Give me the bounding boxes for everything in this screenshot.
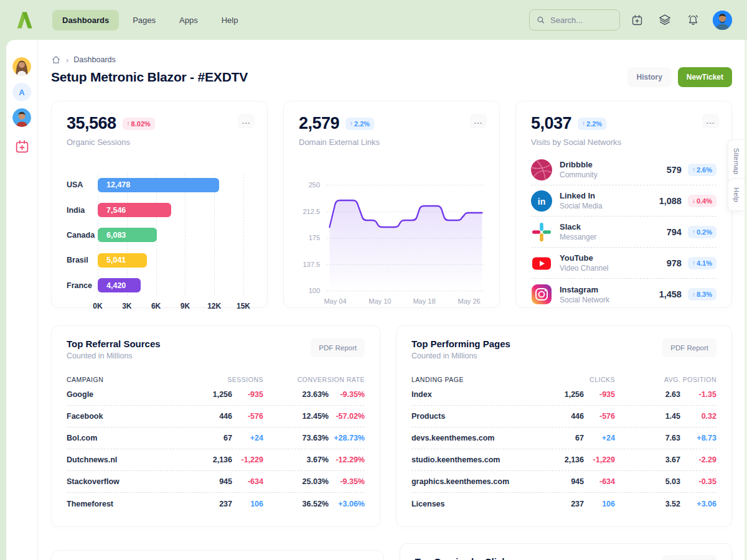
pdf-report-button[interactable]: PDF Report	[662, 338, 716, 357]
user-avatar-image	[713, 11, 732, 30]
list-item-linkedin[interactable]: in Linked In Social Media 1,088 ↓0.4%	[531, 185, 716, 217]
svg-text:in: in	[538, 196, 545, 206]
card-menu-button[interactable]: ...	[238, 114, 255, 128]
x-axis-ticks: 0K 3K 6K 9K 12K 15K	[98, 302, 243, 313]
menu-item-pages[interactable]: Pages	[123, 10, 166, 30]
chart-plot-area	[326, 182, 484, 292]
woman-avatar-image	[12, 57, 31, 76]
bar-row: France 4,420	[98, 273, 243, 298]
arrow-up-icon: ↑	[582, 120, 585, 127]
delta-badge: ↑0.2%	[688, 226, 716, 238]
stat-value: 2,579	[299, 114, 339, 133]
list-item-instagram[interactable]: Instagram Social Network 1,458 ↑8.3%	[531, 279, 716, 310]
stat-value: 35,568	[67, 114, 116, 133]
area-chart-svg	[326, 182, 484, 292]
rail-calendar-add-button[interactable]	[14, 139, 30, 157]
stat-label: Domain External Links	[299, 138, 484, 147]
breadcrumb-chevron-icon: ›	[66, 55, 68, 65]
search-input[interactable]	[550, 16, 613, 25]
bar-row: Canada 6,083	[98, 223, 243, 248]
sitemap-side-tab[interactable]: Sitemap	[728, 139, 745, 183]
table-row: Themeforest 237106 36.52%+3.06%	[67, 493, 365, 515]
help-side-tab[interactable]: Help	[728, 179, 745, 211]
kebab-menu-icon: ...	[474, 119, 483, 123]
calendar-plus-icon	[631, 14, 644, 27]
home-icon[interactable]	[51, 55, 61, 65]
list-item-youtube[interactable]: YouTube Video Channel 978 ↑4.1%	[531, 248, 716, 279]
new-ticket-button[interactable]: NewTicket	[678, 67, 732, 87]
stat-label: Visits by Social Networks	[531, 138, 716, 147]
menu-item-apps[interactable]: Apps	[169, 10, 208, 30]
arrow-up-icon: ↑	[692, 228, 695, 235]
menu-item-dashboards[interactable]: Dashboards	[52, 10, 119, 30]
breadcrumb-item[interactable]: Dashboards	[73, 55, 115, 64]
slack-icon	[531, 222, 552, 243]
table-row: Bol.com 67+24 73.63%+28.73%	[67, 427, 365, 449]
bar-row: Brasil 5,041	[98, 248, 243, 273]
search-box[interactable]	[529, 9, 620, 30]
linkedin-icon: in	[531, 190, 552, 212]
bar-row: India 7,546	[98, 197, 243, 222]
apps-layers-button[interactable]	[654, 9, 676, 31]
table-row: Products 446-576 1.450.32	[411, 406, 716, 427]
table-row: studio.keenthemes.com 2,136-1,229 3.67-2…	[411, 449, 716, 471]
topbar: Dashboards Pages Apps Help	[0, 0, 747, 40]
notifications-button[interactable]	[682, 9, 704, 31]
bar-row: USA 12,478	[98, 172, 243, 197]
table-row: Index 1,256-935 2.63-1.35	[411, 384, 716, 406]
stat-delta-badge: ↑2.2%	[578, 118, 606, 130]
delta-badge: ↑8.3%	[688, 288, 716, 301]
bar-usa: 12,478	[98, 178, 219, 192]
app-shell: A › Dashboards Setup Metronic Blazor - #…	[6, 40, 747, 560]
top-queries-card: Top Queries by Clicks PDF Report	[400, 543, 733, 560]
card-menu-button[interactable]: ...	[470, 114, 487, 128]
calendar-add-button[interactable]	[626, 9, 648, 31]
social-visits-card: ... 5,037 ↑2.2% Visits by Social Network…	[515, 101, 732, 308]
rail-avatar-letter[interactable]: A	[12, 83, 31, 101]
metronic-logo-icon[interactable]	[14, 10, 36, 30]
pdf-report-button[interactable]: PDF Report	[662, 555, 716, 560]
search-icon	[537, 15, 545, 25]
kebab-menu-icon: ...	[707, 119, 715, 123]
breadcrumb: › Dashboards	[51, 55, 732, 65]
page-title: Setup Metronic Blazor - #EXDTV	[51, 70, 248, 85]
list-item-slack[interactable]: Slack Messanger 794 ↑0.2%	[531, 217, 716, 248]
arrow-up-icon: ↑	[350, 120, 353, 127]
main-content: › Dashboards Setup Metronic Blazor - #EX…	[38, 40, 747, 560]
table-row: devs.keenthemes.com 67+24 7.63+8.73	[411, 427, 716, 449]
referral-sources-card: Top Referral Sources Counted in Millions…	[51, 325, 380, 527]
table-row: Stackoverflow 945-634 25.03%-9.35%	[67, 471, 365, 493]
stat-delta-badge: ↑8.02%	[123, 118, 155, 130]
user-avatar[interactable]	[713, 11, 732, 30]
rail-avatar-1[interactable]	[12, 57, 31, 76]
delta-badge: ↑4.1%	[688, 257, 716, 269]
organic-sessions-card: ... 35,568 ↑8.02% Organic Sessions USA 1…	[51, 101, 268, 308]
table-row: graphics.keenthemes.com 945-634 5.03-0.3…	[411, 471, 716, 493]
table-row: Licenses 237106 3.52+3.06	[411, 493, 716, 515]
pdf-report-button[interactable]: PDF Report	[311, 338, 365, 357]
delta-badge: ↓0.4%	[688, 195, 716, 207]
layers-icon	[658, 13, 672, 27]
x-axis-labels: May 04 May 10 May 18 May 26	[326, 297, 484, 307]
left-rail: A	[6, 40, 38, 560]
kebab-menu-icon: ...	[242, 119, 251, 123]
menu-item-help[interactable]: Help	[212, 10, 248, 30]
card-menu-button[interactable]: ...	[702, 114, 719, 128]
youtube-icon	[531, 253, 552, 274]
calendar-plus-red-icon	[14, 139, 30, 154]
rail-avatar-2[interactable]	[12, 108, 31, 127]
bar-india: 7,546	[98, 203, 171, 217]
arrow-up-icon: ↑	[692, 291, 695, 298]
table-row: Facebook 446-576 12.45%-57.02%	[67, 406, 365, 427]
table-row: Google 1,256-935 23.63%-9.35%	[67, 384, 365, 406]
list-item-dribbble[interactable]: Dribbble Community 579 ↑2.6%	[531, 154, 716, 185]
dribbble-icon	[531, 159, 552, 180]
stat-value: 5,037	[531, 114, 571, 133]
bar-france: 4,420	[98, 278, 141, 292]
arrow-up-icon: ↑	[127, 120, 130, 127]
instagram-icon	[531, 284, 552, 305]
arrow-up-icon: ↑	[692, 166, 695, 173]
table-row: Dutchnews.nl 2,136-1,229 3.67%-12.29%	[67, 449, 365, 471]
history-button[interactable]: History	[627, 67, 672, 87]
author-sales-card: Author Sales	[51, 550, 384, 560]
